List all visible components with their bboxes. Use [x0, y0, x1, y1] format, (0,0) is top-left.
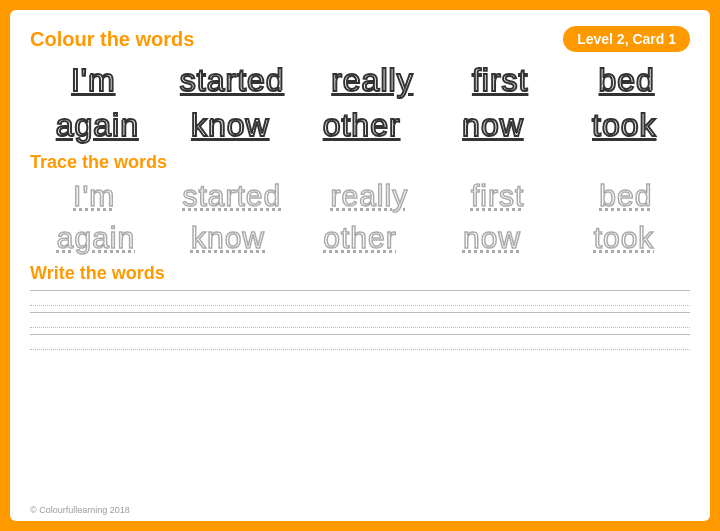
main-card: Colour the words Level 2, Card 1 I'm sta…	[10, 10, 710, 521]
colour-word-now: now	[453, 107, 533, 144]
page-title: Colour the words	[30, 28, 194, 51]
colour-word-started: started	[180, 62, 285, 99]
trace-word-first: first	[458, 179, 538, 213]
trace-row-2: again know other now took	[30, 221, 690, 255]
trace-row-1: I'm started really first bed	[30, 179, 690, 213]
write-dotted-line-1	[30, 305, 690, 306]
trace-word-again: again	[56, 221, 136, 255]
colour-word-other: other	[322, 107, 402, 144]
write-line-group-2	[30, 312, 690, 328]
write-dotted-line-2	[30, 327, 690, 328]
colour-word-really: really	[331, 62, 413, 99]
header: Colour the words Level 2, Card 1	[30, 26, 690, 52]
trace-word-now: now	[452, 221, 532, 255]
trace-word-other: other	[320, 221, 400, 255]
colour-row-1: I'm started really first bed	[30, 62, 690, 99]
write-section: Write the words	[30, 263, 690, 350]
colour-word-know: know	[190, 107, 270, 144]
level-badge: Level 2, Card 1	[563, 26, 690, 52]
colour-row-2: again know other now took	[30, 107, 690, 144]
write-section-title: Write the words	[30, 263, 690, 284]
write-line-group-3	[30, 334, 690, 350]
colour-word-again: again	[56, 107, 139, 144]
trace-word-really: really	[329, 179, 409, 213]
write-solid-line-3	[30, 334, 690, 335]
footer-copyright: © Colourfullearning 2018	[30, 505, 130, 515]
write-solid-line-2	[30, 312, 690, 313]
colour-word-im: I'm	[53, 62, 133, 99]
trace-word-im: I'm	[54, 179, 134, 213]
trace-word-bed: bed	[586, 179, 666, 213]
write-lines	[30, 290, 690, 350]
colour-word-first: first	[460, 62, 540, 99]
write-line-group-1	[30, 290, 690, 306]
trace-section-title: Trace the words	[30, 152, 690, 173]
trace-word-took: took	[584, 221, 664, 255]
trace-word-know: know	[188, 221, 268, 255]
colour-word-took: took	[584, 107, 664, 144]
write-dotted-line-3	[30, 349, 690, 350]
colour-word-bed: bed	[587, 62, 667, 99]
write-solid-line-1	[30, 290, 690, 291]
trace-word-started: started	[182, 179, 281, 213]
